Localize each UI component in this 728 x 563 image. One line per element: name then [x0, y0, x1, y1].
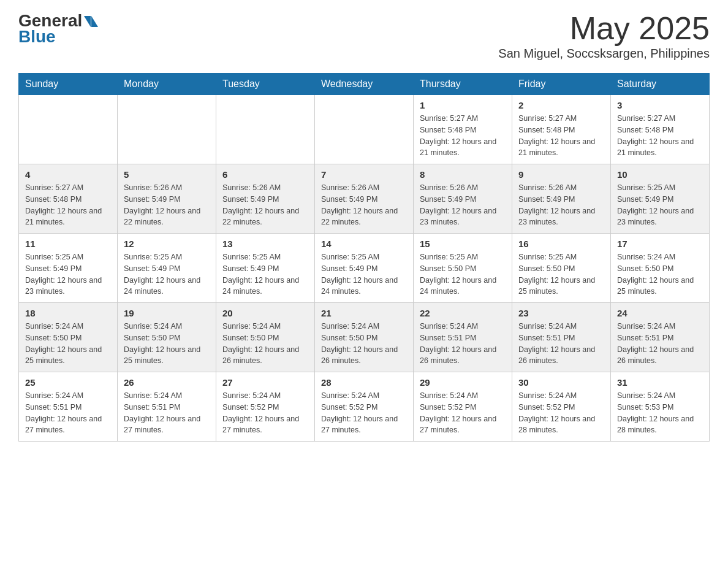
- column-header-thursday: Thursday: [414, 74, 512, 95]
- day-number: 26: [124, 377, 210, 388]
- day-info: Sunrise: 5:25 AMSunset: 5:49 PMDaylight:…: [25, 253, 102, 296]
- day-info: Sunrise: 5:24 AMSunset: 5:50 PMDaylight:…: [25, 322, 102, 365]
- location: San Miguel, Soccsksargen, Philippines: [498, 47, 710, 61]
- calendar-cell: 21Sunrise: 5:24 AMSunset: 5:50 PMDayligh…: [315, 303, 414, 372]
- day-number: 27: [222, 377, 308, 388]
- calendar-cell: 30Sunrise: 5:24 AMSunset: 5:52 PMDayligh…: [512, 372, 611, 442]
- calendar-row: 11Sunrise: 5:25 AMSunset: 5:49 PMDayligh…: [19, 234, 710, 303]
- calendar-row: 4Sunrise: 5:27 AMSunset: 5:48 PMDaylight…: [19, 164, 710, 234]
- day-info: Sunrise: 5:25 AMSunset: 5:49 PMDaylight:…: [124, 253, 200, 296]
- calendar-cell: 3Sunrise: 5:27 AMSunset: 5:48 PMDaylight…: [611, 95, 710, 164]
- day-info: Sunrise: 5:24 AMSunset: 5:51 PMDaylight:…: [420, 322, 496, 365]
- column-header-saturday: Saturday: [611, 74, 710, 95]
- calendar-cell: 24Sunrise: 5:24 AMSunset: 5:51 PMDayligh…: [611, 303, 710, 372]
- page-header: General Blue May 2025 San Miguel, Soccsk…: [18, 12, 710, 61]
- day-info: Sunrise: 5:26 AMSunset: 5:49 PMDaylight:…: [518, 183, 595, 226]
- calendar-cell: 16Sunrise: 5:25 AMSunset: 5:50 PMDayligh…: [512, 234, 611, 303]
- day-number: 14: [321, 239, 407, 249]
- calendar-cell: 28Sunrise: 5:24 AMSunset: 5:52 PMDayligh…: [315, 372, 414, 442]
- calendar-cell: 8Sunrise: 5:26 AMSunset: 5:49 PMDaylight…: [414, 164, 512, 234]
- day-info: Sunrise: 5:27 AMSunset: 5:48 PMDaylight:…: [25, 183, 102, 226]
- day-info: Sunrise: 5:24 AMSunset: 5:52 PMDaylight:…: [321, 391, 398, 434]
- calendar-cell: 17Sunrise: 5:24 AMSunset: 5:50 PMDayligh…: [611, 234, 710, 303]
- day-info: Sunrise: 5:24 AMSunset: 5:50 PMDaylight:…: [617, 253, 694, 296]
- calendar-cell: 26Sunrise: 5:24 AMSunset: 5:51 PMDayligh…: [118, 372, 216, 442]
- calendar-row: 1Sunrise: 5:27 AMSunset: 5:48 PMDaylight…: [19, 95, 710, 164]
- calendar-row: 25Sunrise: 5:24 AMSunset: 5:51 PMDayligh…: [19, 372, 710, 442]
- day-info: Sunrise: 5:24 AMSunset: 5:52 PMDaylight:…: [518, 391, 595, 434]
- day-number: 5: [124, 169, 210, 180]
- day-number: 3: [617, 100, 703, 110]
- calendar-cell: 31Sunrise: 5:24 AMSunset: 5:53 PMDayligh…: [611, 372, 710, 442]
- calendar-cell: 5Sunrise: 5:26 AMSunset: 5:49 PMDaylight…: [118, 164, 216, 234]
- day-number: 9: [518, 169, 604, 180]
- day-number: 19: [124, 308, 210, 318]
- day-info: Sunrise: 5:24 AMSunset: 5:50 PMDaylight:…: [321, 322, 398, 365]
- day-number: 22: [420, 308, 506, 318]
- calendar-cell: 22Sunrise: 5:24 AMSunset: 5:51 PMDayligh…: [414, 303, 512, 372]
- column-header-wednesday: Wednesday: [315, 74, 414, 95]
- month-title: May 2025: [498, 12, 710, 44]
- day-info: Sunrise: 5:26 AMSunset: 5:49 PMDaylight:…: [420, 183, 496, 226]
- day-info: Sunrise: 5:25 AMSunset: 5:49 PMDaylight:…: [617, 183, 694, 226]
- day-info: Sunrise: 5:26 AMSunset: 5:49 PMDaylight:…: [321, 183, 398, 226]
- column-header-monday: Monday: [118, 74, 216, 95]
- calendar-cell: 29Sunrise: 5:24 AMSunset: 5:52 PMDayligh…: [414, 372, 512, 442]
- calendar-cell: 2Sunrise: 5:27 AMSunset: 5:48 PMDaylight…: [512, 95, 611, 164]
- day-number: 8: [420, 169, 506, 180]
- calendar-cell: [19, 95, 118, 164]
- logo-blue: Blue: [18, 27, 98, 47]
- calendar-cell: 25Sunrise: 5:24 AMSunset: 5:51 PMDayligh…: [19, 372, 118, 442]
- day-info: Sunrise: 5:24 AMSunset: 5:52 PMDaylight:…: [222, 391, 299, 434]
- day-number: 16: [518, 239, 604, 249]
- calendar-cell: 19Sunrise: 5:24 AMSunset: 5:50 PMDayligh…: [118, 303, 216, 372]
- day-info: Sunrise: 5:27 AMSunset: 5:48 PMDaylight:…: [420, 114, 496, 157]
- day-info: Sunrise: 5:27 AMSunset: 5:48 PMDaylight:…: [518, 114, 595, 157]
- day-info: Sunrise: 5:25 AMSunset: 5:50 PMDaylight:…: [518, 253, 595, 296]
- day-info: Sunrise: 5:24 AMSunset: 5:51 PMDaylight:…: [518, 322, 595, 365]
- day-number: 24: [617, 308, 703, 318]
- day-number: 20: [222, 308, 308, 318]
- calendar-cell: [315, 95, 414, 164]
- day-number: 11: [25, 239, 111, 249]
- day-number: 7: [321, 169, 407, 180]
- calendar-row: 18Sunrise: 5:24 AMSunset: 5:50 PMDayligh…: [19, 303, 710, 372]
- day-info: Sunrise: 5:25 AMSunset: 5:49 PMDaylight:…: [222, 253, 299, 296]
- calendar-cell: [118, 95, 216, 164]
- day-number: 30: [518, 377, 604, 388]
- day-info: Sunrise: 5:26 AMSunset: 5:49 PMDaylight:…: [124, 183, 200, 226]
- calendar-cell: 6Sunrise: 5:26 AMSunset: 5:49 PMDaylight…: [216, 164, 315, 234]
- calendar-cell: 20Sunrise: 5:24 AMSunset: 5:50 PMDayligh…: [216, 303, 315, 372]
- calendar-cell: 9Sunrise: 5:26 AMSunset: 5:49 PMDaylight…: [512, 164, 611, 234]
- day-info: Sunrise: 5:24 AMSunset: 5:51 PMDaylight:…: [617, 322, 694, 365]
- day-number: 31: [617, 377, 703, 388]
- header-row: SundayMondayTuesdayWednesdayThursdayFrid…: [19, 74, 710, 95]
- day-info: Sunrise: 5:27 AMSunset: 5:48 PMDaylight:…: [617, 114, 694, 157]
- calendar-cell: 18Sunrise: 5:24 AMSunset: 5:50 PMDayligh…: [19, 303, 118, 372]
- calendar-cell: 15Sunrise: 5:25 AMSunset: 5:50 PMDayligh…: [414, 234, 512, 303]
- day-info: Sunrise: 5:24 AMSunset: 5:51 PMDaylight:…: [25, 391, 102, 434]
- day-number: 23: [518, 308, 604, 318]
- day-info: Sunrise: 5:24 AMSunset: 5:51 PMDaylight:…: [124, 391, 200, 434]
- day-number: 28: [321, 377, 407, 388]
- day-info: Sunrise: 5:24 AMSunset: 5:52 PMDaylight:…: [420, 391, 496, 434]
- column-header-tuesday: Tuesday: [216, 74, 315, 95]
- calendar-cell: 11Sunrise: 5:25 AMSunset: 5:49 PMDayligh…: [19, 234, 118, 303]
- day-number: 10: [617, 169, 703, 180]
- day-number: 21: [321, 308, 407, 318]
- calendar-cell: 23Sunrise: 5:24 AMSunset: 5:51 PMDayligh…: [512, 303, 611, 372]
- day-number: 2: [518, 100, 604, 110]
- day-info: Sunrise: 5:24 AMSunset: 5:53 PMDaylight:…: [617, 391, 694, 434]
- column-header-sunday: Sunday: [19, 74, 118, 95]
- calendar-cell: 14Sunrise: 5:25 AMSunset: 5:49 PMDayligh…: [315, 234, 414, 303]
- calendar-table: SundayMondayTuesdayWednesdayThursdayFrid…: [18, 73, 710, 442]
- day-number: 12: [124, 239, 210, 249]
- day-number: 4: [25, 169, 111, 180]
- calendar-cell: [216, 95, 315, 164]
- day-number: 25: [25, 377, 111, 388]
- calendar-cell: 1Sunrise: 5:27 AMSunset: 5:48 PMDaylight…: [414, 95, 512, 164]
- day-info: Sunrise: 5:24 AMSunset: 5:50 PMDaylight:…: [124, 322, 200, 365]
- day-number: 6: [222, 169, 308, 180]
- day-number: 29: [420, 377, 506, 388]
- calendar-cell: 12Sunrise: 5:25 AMSunset: 5:49 PMDayligh…: [118, 234, 216, 303]
